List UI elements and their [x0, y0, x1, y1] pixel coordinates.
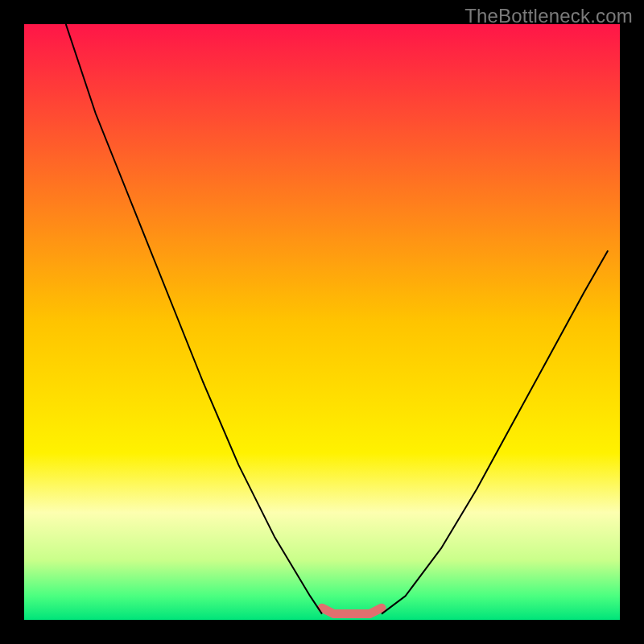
plot-background: [24, 24, 620, 620]
chart-svg: [0, 0, 644, 644]
watermark-text: TheBottleneck.com: [464, 5, 633, 27]
chart-frame: TheBottleneck.com: [0, 0, 644, 644]
